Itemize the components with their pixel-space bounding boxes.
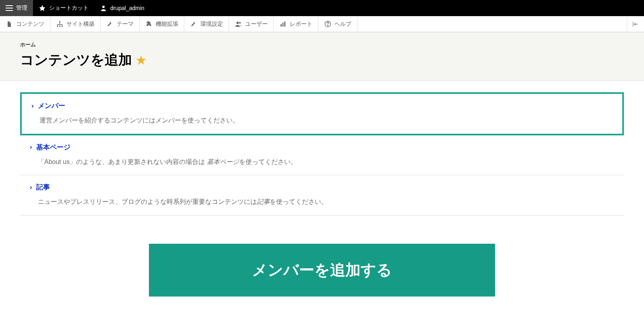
content-type-description: ニュースやプレスリリース、ブログのような時系列が重要なコンテンツには記事を使って… (30, 197, 614, 207)
content-type-link[interactable]: › 記事 (30, 183, 614, 192)
svg-rect-2 (57, 26, 58, 27)
content-type-list: › メンバー 運営メンバーを紹介するコンテンツにはメンバーを使ってください。 ›… (0, 81, 644, 308)
admin-menu-appearance[interactable]: テーマ (101, 16, 140, 32)
chevron-right-icon: › (30, 143, 32, 151)
admin-menu-config[interactable]: 環境設定 (184, 16, 229, 32)
big-button-wrap: メンバーを追加する (20, 244, 624, 297)
svg-rect-7 (281, 24, 282, 27)
user-menu-button[interactable]: drupal_admin (94, 0, 150, 16)
svg-rect-9 (284, 21, 285, 27)
shortcuts-button[interactable]: ショートカット (33, 0, 94, 16)
file-icon (6, 21, 13, 28)
svg-rect-8 (283, 23, 284, 27)
admin-menu-label: 機能拡張 (156, 21, 178, 28)
shortcuts-label: ショートカット (49, 4, 89, 12)
help-icon (324, 21, 331, 28)
content-type-basic-page: › 基本ページ 「About us」のような、あまり更新されない内容の場合は 基… (20, 135, 624, 176)
svg-point-5 (236, 22, 239, 24)
page-header: ホーム コンテンツを追加 ★ (0, 32, 644, 81)
content-type-title: メンバー (38, 101, 65, 110)
star-icon (39, 4, 46, 12)
spacer (357, 16, 627, 32)
svg-rect-3 (59, 26, 60, 27)
toolbar-orientation-toggle[interactable] (627, 16, 644, 32)
content-type-article: › 記事 ニュースやプレスリリース、ブログのような時系列が重要なコンテンツには記… (20, 175, 624, 216)
admin-menu-people[interactable]: ユーザー (229, 16, 274, 32)
add-member-button[interactable]: メンバーを追加する (149, 244, 495, 297)
content-type-description: 運営メンバーを紹介するコンテンツにはメンバーを使ってください。 (31, 115, 613, 126)
svg-rect-4 (61, 26, 62, 27)
user-icon (100, 4, 107, 12)
chevron-right-icon: › (30, 183, 32, 191)
wrench-icon (190, 21, 197, 28)
admin-menu-label: サイト構築 (66, 21, 95, 28)
admin-menu-content[interactable]: コンテンツ (0, 16, 50, 32)
puzzle-icon (145, 21, 153, 28)
collapse-icon (632, 21, 639, 28)
chart-icon (279, 21, 287, 28)
shortcut-star-icon[interactable]: ★ (136, 54, 146, 67)
admin-menu-extend[interactable]: 機能拡張 (140, 16, 184, 32)
top-toolbar: 管理 ショートカット drupal_admin (0, 0, 644, 16)
manage-menu-button[interactable]: 管理 (0, 0, 33, 16)
admin-menu-label: テーマ (117, 21, 134, 28)
admin-menu-help[interactable]: ヘルプ (318, 16, 357, 32)
wrench-icon (106, 21, 114, 28)
username-label: drupal_admin (110, 5, 144, 11)
content-type-title: 基本ページ (36, 143, 70, 152)
svg-point-0 (102, 6, 105, 8)
page-title: コンテンツを追加 ★ (20, 51, 624, 69)
chevron-right-icon: › (31, 102, 34, 110)
admin-menu-structure[interactable]: サイト構築 (50, 16, 101, 32)
admin-menu-label: レポート (290, 21, 312, 28)
svg-point-11 (327, 25, 328, 25)
manage-label: 管理 (16, 4, 27, 12)
content-type-member: › メンバー 運営メンバーを紹介するコンテンツにはメンバーを使ってください。 (20, 92, 624, 135)
sitemap-icon (56, 21, 63, 28)
user-icon (235, 21, 242, 28)
admin-menu-label: コンテンツ (16, 21, 44, 28)
svg-rect-1 (59, 21, 60, 22)
content-type-link[interactable]: › メンバー (31, 101, 613, 110)
breadcrumb[interactable]: ホーム (20, 41, 624, 48)
content-type-description: 「About us」のような、あまり更新されない内容の場合は 基本ページを使って… (30, 157, 614, 167)
admin-menu-label: ユーザー (245, 21, 268, 28)
admin-menu-label: ヘルプ (334, 21, 351, 28)
admin-menu: コンテンツ サイト構築 テーマ 機能拡張 環境設定 ユーザー レポート ヘルプ (0, 16, 644, 32)
hamburger-icon (6, 5, 13, 11)
admin-menu-label: 環境設定 (200, 21, 223, 28)
admin-menu-reports[interactable]: レポート (274, 16, 318, 32)
content-type-title: 記事 (36, 183, 50, 192)
svg-point-6 (239, 22, 240, 24)
page-title-text: コンテンツを追加 (20, 51, 132, 69)
content-type-link[interactable]: › 基本ページ (30, 143, 614, 152)
